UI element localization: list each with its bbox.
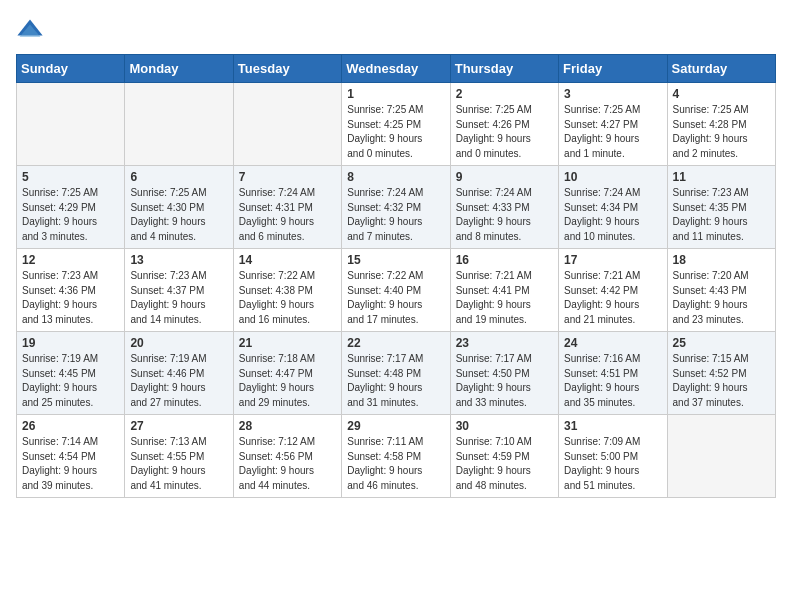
calendar-cell: 21Sunrise: 7:18 AM Sunset: 4:47 PM Dayli… [233, 332, 341, 415]
day-number: 2 [456, 87, 553, 101]
day-number: 27 [130, 419, 227, 433]
calendar-table: SundayMondayTuesdayWednesdayThursdayFrid… [16, 54, 776, 498]
day-number: 16 [456, 253, 553, 267]
day-number: 15 [347, 253, 444, 267]
calendar-cell: 24Sunrise: 7:16 AM Sunset: 4:51 PM Dayli… [559, 332, 667, 415]
calendar-cell: 31Sunrise: 7:09 AM Sunset: 5:00 PM Dayli… [559, 415, 667, 498]
calendar-week-4: 19Sunrise: 7:19 AM Sunset: 4:45 PM Dayli… [17, 332, 776, 415]
day-number: 24 [564, 336, 661, 350]
calendar-cell: 27Sunrise: 7:13 AM Sunset: 4:55 PM Dayli… [125, 415, 233, 498]
calendar-cell: 13Sunrise: 7:23 AM Sunset: 4:37 PM Dayli… [125, 249, 233, 332]
day-info: Sunrise: 7:12 AM Sunset: 4:56 PM Dayligh… [239, 435, 336, 493]
day-number: 19 [22, 336, 119, 350]
calendar-cell [667, 415, 775, 498]
day-info: Sunrise: 7:09 AM Sunset: 5:00 PM Dayligh… [564, 435, 661, 493]
calendar-cell: 16Sunrise: 7:21 AM Sunset: 4:41 PM Dayli… [450, 249, 558, 332]
day-header-row: SundayMondayTuesdayWednesdayThursdayFrid… [17, 55, 776, 83]
day-number: 28 [239, 419, 336, 433]
calendar-cell [17, 83, 125, 166]
day-number: 6 [130, 170, 227, 184]
day-header-tuesday: Tuesday [233, 55, 341, 83]
calendar-cell: 1Sunrise: 7:25 AM Sunset: 4:25 PM Daylig… [342, 83, 450, 166]
day-number: 21 [239, 336, 336, 350]
day-info: Sunrise: 7:21 AM Sunset: 4:42 PM Dayligh… [564, 269, 661, 327]
day-number: 29 [347, 419, 444, 433]
calendar-cell: 20Sunrise: 7:19 AM Sunset: 4:46 PM Dayli… [125, 332, 233, 415]
day-header-saturday: Saturday [667, 55, 775, 83]
day-info: Sunrise: 7:22 AM Sunset: 4:38 PM Dayligh… [239, 269, 336, 327]
day-info: Sunrise: 7:23 AM Sunset: 4:36 PM Dayligh… [22, 269, 119, 327]
day-info: Sunrise: 7:23 AM Sunset: 4:37 PM Dayligh… [130, 269, 227, 327]
calendar-cell: 6Sunrise: 7:25 AM Sunset: 4:30 PM Daylig… [125, 166, 233, 249]
day-info: Sunrise: 7:19 AM Sunset: 4:45 PM Dayligh… [22, 352, 119, 410]
day-header-sunday: Sunday [17, 55, 125, 83]
calendar-cell: 10Sunrise: 7:24 AM Sunset: 4:34 PM Dayli… [559, 166, 667, 249]
calendar-cell: 18Sunrise: 7:20 AM Sunset: 4:43 PM Dayli… [667, 249, 775, 332]
calendar-cell: 29Sunrise: 7:11 AM Sunset: 4:58 PM Dayli… [342, 415, 450, 498]
day-number: 9 [456, 170, 553, 184]
day-info: Sunrise: 7:25 AM Sunset: 4:26 PM Dayligh… [456, 103, 553, 161]
calendar-cell: 11Sunrise: 7:23 AM Sunset: 4:35 PM Dayli… [667, 166, 775, 249]
calendar-cell: 2Sunrise: 7:25 AM Sunset: 4:26 PM Daylig… [450, 83, 558, 166]
day-number: 10 [564, 170, 661, 184]
calendar-cell: 17Sunrise: 7:21 AM Sunset: 4:42 PM Dayli… [559, 249, 667, 332]
calendar-cell: 23Sunrise: 7:17 AM Sunset: 4:50 PM Dayli… [450, 332, 558, 415]
day-info: Sunrise: 7:20 AM Sunset: 4:43 PM Dayligh… [673, 269, 770, 327]
day-info: Sunrise: 7:10 AM Sunset: 4:59 PM Dayligh… [456, 435, 553, 493]
calendar-cell [125, 83, 233, 166]
calendar-week-2: 5Sunrise: 7:25 AM Sunset: 4:29 PM Daylig… [17, 166, 776, 249]
day-number: 20 [130, 336, 227, 350]
day-number: 5 [22, 170, 119, 184]
day-number: 13 [130, 253, 227, 267]
day-info: Sunrise: 7:23 AM Sunset: 4:35 PM Dayligh… [673, 186, 770, 244]
calendar-cell: 3Sunrise: 7:25 AM Sunset: 4:27 PM Daylig… [559, 83, 667, 166]
logo-icon [16, 16, 44, 44]
calendar-cell: 30Sunrise: 7:10 AM Sunset: 4:59 PM Dayli… [450, 415, 558, 498]
calendar-cell: 14Sunrise: 7:22 AM Sunset: 4:38 PM Dayli… [233, 249, 341, 332]
calendar-cell: 8Sunrise: 7:24 AM Sunset: 4:32 PM Daylig… [342, 166, 450, 249]
day-header-friday: Friday [559, 55, 667, 83]
day-info: Sunrise: 7:25 AM Sunset: 4:25 PM Dayligh… [347, 103, 444, 161]
day-number: 12 [22, 253, 119, 267]
calendar-cell: 15Sunrise: 7:22 AM Sunset: 4:40 PM Dayli… [342, 249, 450, 332]
calendar-cell: 5Sunrise: 7:25 AM Sunset: 4:29 PM Daylig… [17, 166, 125, 249]
day-header-wednesday: Wednesday [342, 55, 450, 83]
calendar-cell: 26Sunrise: 7:14 AM Sunset: 4:54 PM Dayli… [17, 415, 125, 498]
day-info: Sunrise: 7:11 AM Sunset: 4:58 PM Dayligh… [347, 435, 444, 493]
day-number: 8 [347, 170, 444, 184]
day-info: Sunrise: 7:14 AM Sunset: 4:54 PM Dayligh… [22, 435, 119, 493]
day-number: 3 [564, 87, 661, 101]
day-number: 26 [22, 419, 119, 433]
day-info: Sunrise: 7:13 AM Sunset: 4:55 PM Dayligh… [130, 435, 227, 493]
day-info: Sunrise: 7:19 AM Sunset: 4:46 PM Dayligh… [130, 352, 227, 410]
day-number: 4 [673, 87, 770, 101]
calendar-cell: 22Sunrise: 7:17 AM Sunset: 4:48 PM Dayli… [342, 332, 450, 415]
day-number: 30 [456, 419, 553, 433]
calendar-week-5: 26Sunrise: 7:14 AM Sunset: 4:54 PM Dayli… [17, 415, 776, 498]
day-header-monday: Monday [125, 55, 233, 83]
calendar-cell [233, 83, 341, 166]
calendar-cell: 19Sunrise: 7:19 AM Sunset: 4:45 PM Dayli… [17, 332, 125, 415]
day-info: Sunrise: 7:25 AM Sunset: 4:27 PM Dayligh… [564, 103, 661, 161]
day-info: Sunrise: 7:24 AM Sunset: 4:32 PM Dayligh… [347, 186, 444, 244]
day-info: Sunrise: 7:25 AM Sunset: 4:30 PM Dayligh… [130, 186, 227, 244]
calendar-cell: 28Sunrise: 7:12 AM Sunset: 4:56 PM Dayli… [233, 415, 341, 498]
day-header-thursday: Thursday [450, 55, 558, 83]
day-info: Sunrise: 7:18 AM Sunset: 4:47 PM Dayligh… [239, 352, 336, 410]
day-info: Sunrise: 7:25 AM Sunset: 4:28 PM Dayligh… [673, 103, 770, 161]
day-info: Sunrise: 7:17 AM Sunset: 4:50 PM Dayligh… [456, 352, 553, 410]
day-number: 7 [239, 170, 336, 184]
day-info: Sunrise: 7:24 AM Sunset: 4:31 PM Dayligh… [239, 186, 336, 244]
day-info: Sunrise: 7:22 AM Sunset: 4:40 PM Dayligh… [347, 269, 444, 327]
page-header [16, 16, 776, 44]
day-number: 31 [564, 419, 661, 433]
day-info: Sunrise: 7:17 AM Sunset: 4:48 PM Dayligh… [347, 352, 444, 410]
calendar-cell: 4Sunrise: 7:25 AM Sunset: 4:28 PM Daylig… [667, 83, 775, 166]
day-number: 14 [239, 253, 336, 267]
day-number: 25 [673, 336, 770, 350]
day-number: 11 [673, 170, 770, 184]
calendar-week-1: 1Sunrise: 7:25 AM Sunset: 4:25 PM Daylig… [17, 83, 776, 166]
day-number: 17 [564, 253, 661, 267]
calendar-cell: 9Sunrise: 7:24 AM Sunset: 4:33 PM Daylig… [450, 166, 558, 249]
day-info: Sunrise: 7:24 AM Sunset: 4:33 PM Dayligh… [456, 186, 553, 244]
